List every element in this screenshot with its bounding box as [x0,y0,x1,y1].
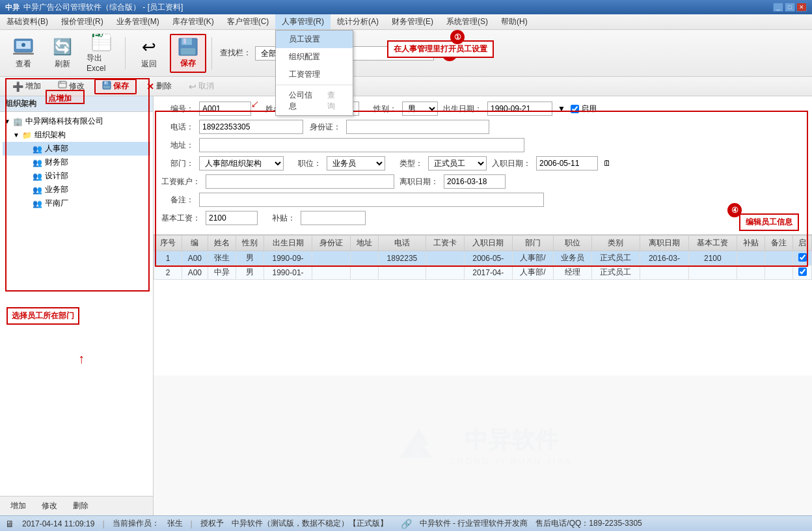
code-label: 编号： [161,103,194,115]
sidebar-edit-btn[interactable]: 修改 [36,499,62,513]
delete-button[interactable]: ✕ 删除 [139,79,179,94]
col-basic-salary: 基本工资 [688,236,737,251]
enabled-label: 启用 [581,103,597,115]
toolbar-separator-1 [125,37,126,70]
menu-stats[interactable]: 统计分析(A) [331,14,385,29]
birth-calendar-icon[interactable]: ▼ [558,104,565,113]
factory-icon: 👥 [33,199,42,208]
org-folder-icon: 📁 [22,131,32,140]
maximize-button[interactable]: □ [785,3,795,12]
join-input[interactable] [536,156,598,170]
export-excel-button[interactable]: Excel 导出Excel [83,34,120,73]
excel-icon: Excel [91,33,112,51]
dept-label: 部门： [161,158,194,169]
menu-help[interactable]: 帮助(H) [494,14,534,29]
menu-salary[interactable]: 工资管理 [276,66,353,83]
leave-label: 离职日期： [399,176,439,187]
col-salary-card: 工资卡 [426,236,464,251]
phone-label: 电话： [161,122,194,133]
menu-quote[interactable]: 报价管理(R) [55,14,110,29]
add-button[interactable]: ➕ 增加 [5,79,48,94]
export-label: 导出Excel [87,53,116,73]
save-action-button[interactable]: 保存 [94,79,137,94]
address-input[interactable] [199,138,524,152]
enabled-checkbox[interactable] [571,105,579,113]
enabled-checkbox-label[interactable]: 启用 [571,103,597,115]
datetime: 2017-04-14 11:09:19 [22,519,94,528]
svg-rect-13 [183,38,186,44]
auth-label: 授权予 [200,518,224,529]
menu-business[interactable]: 业务管理(M) [110,14,166,29]
col-idcard: 身份证 [312,236,351,251]
save-action-icon [102,81,111,92]
menu-hr-container[interactable]: 人事管理(R) 员工设置 组织配置 工资管理 公司信息 查询 [275,14,331,29]
back-button[interactable]: ↩ 返回 [131,34,167,73]
menu-inventory[interactable]: 库存管理(K) [166,14,221,29]
basic-salary-label: 基本工资： [161,213,200,224]
table-row[interactable]: 2 A00 中异 男 1990-01- 2017-04- 人事部/ [154,266,812,280]
menu-customer[interactable]: 客户管理(C) [221,14,276,29]
company-text: 中异软件 - 行业管理软件开发商 [420,518,528,529]
menu-hr[interactable]: 人事管理(R) [275,14,331,29]
sidebar-add-btn[interactable]: 增加 [5,499,31,513]
title-bar: 中异 中异广告公司管理软件（综合版） - [员工资料] _ □ ✕ [0,0,812,14]
save-toolbar-button[interactable]: 保存 [170,34,206,73]
dept-select[interactable]: 人事部/组织架构 [199,156,284,170]
svg-text:Excel: Excel [94,33,112,39]
close-button[interactable]: ✕ [796,3,807,12]
basic-salary-input[interactable] [206,211,258,225]
menu-bar: 基础资料(B) 报价管理(R) 业务管理(M) 库存管理(K) 客户管理(C) … [0,14,812,30]
tree-org[interactable]: ▼ 📁 组织架构 [3,128,150,142]
sidebar-delete-btn[interactable]: 删除 [68,499,94,513]
join-calendar-icon[interactable]: 🗓 [603,159,611,168]
table-row[interactable]: 1 A00 张生 男 1990-09- 1892235 2006-05- [154,251,812,266]
gender-select[interactable]: 男 女 [402,102,438,116]
col-pos: 职位 [554,236,592,251]
operator-label: 当前操作员： [113,518,159,529]
code-input[interactable] [199,102,251,116]
menu-org-config[interactable]: 组织配置 [276,48,353,66]
phone-input[interactable] [199,120,303,134]
cancel-icon: ↩ [189,81,196,92]
address-label: 地址： [161,140,194,151]
tree-factory[interactable]: 👥 平南厂 [3,197,150,210]
cancel-button[interactable]: ↩ 取消 [182,79,221,94]
cancel-label: 取消 [198,81,214,92]
edit-button[interactable]: 修改 [51,79,92,94]
leave-input[interactable] [444,174,506,189]
tree-company[interactable]: ▼ 🏢 中异网络科技有限公司 [3,115,150,128]
tree-design-dept[interactable]: 👥 设计部 [3,169,150,183]
menu-emp-settings[interactable]: 员工设置 [276,31,353,48]
svg-rect-20 [105,81,106,84]
remark-input[interactable] [199,193,544,207]
refresh-label: 刷新 [55,59,70,70]
tree-finance-dept[interactable]: 👥 财务部 [3,156,150,169]
idcard-label: 身份证： [308,122,341,133]
view-button[interactable]: 查看 [5,34,42,73]
minimize-button[interactable]: _ [773,3,783,12]
row2-enabled[interactable] [798,267,807,276]
birth-input[interactable] [487,102,552,116]
salary-account-input[interactable] [206,174,394,189]
tree-hr-dept[interactable]: 👥 人事部 [3,142,150,156]
row1-enabled[interactable] [798,253,807,262]
birth-label: 出生日期： [443,103,482,115]
expand-icon-org[interactable]: ▼ [13,131,20,139]
menu-basic[interactable]: 基础资料(B) [0,14,55,29]
idcard-input[interactable] [346,120,489,134]
action-bar: ➕ 增加 修改 保存 ✕ 删除 ↩ 取消 [0,77,812,96]
position-select[interactable]: 业务员 经理 [327,156,385,170]
col-address: 地址 [351,236,379,251]
subsidy-input[interactable] [301,211,366,225]
table-header-row: 序号 编 姓名 性别 出生日期 身份证 地址 电话 工资卡 入职日期 部门 [154,236,812,251]
menu-finance[interactable]: 财务管理(E) [385,14,440,29]
tree-business-dept[interactable]: 👥 业务部 [3,183,150,197]
menu-system[interactable]: 系统管理(S) [440,14,494,29]
type-select[interactable]: 正式员工 兼职员工 [428,156,487,170]
menu-company-info[interactable]: 公司信息 查询 [276,87,353,115]
expand-icon[interactable]: ▼ [4,118,10,125]
right-panel: 编号： 姓名： 性别： 男 女 出生日期： ▼ [154,96,812,515]
refresh-button[interactable]: 🔄 刷新 [44,34,81,73]
sidebar-title: 组织架构 [0,96,153,112]
status-bar: 🖥 2017-04-14 11:09:19 | 当前操作员： 张生 | 授权予 … [0,515,812,531]
